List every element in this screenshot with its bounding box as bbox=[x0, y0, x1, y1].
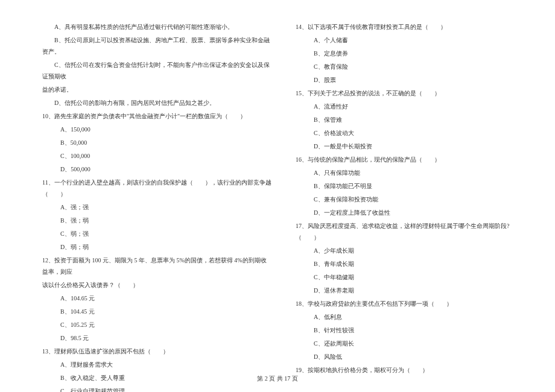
q10-option-c: C、100,000 bbox=[42, 150, 271, 162]
left-column: A、具有明显私募性质的信托产品通过银行代销的可能性逐渐缩小。 B、托公司原则上可… bbox=[42, 21, 271, 392]
q18-option-d: D、风险低 bbox=[296, 351, 525, 362]
q11-option-c: C、弱；强 bbox=[42, 228, 271, 239]
q17-option-d: D、退休养老期 bbox=[296, 285, 525, 296]
q11-option-d: D、弱；弱 bbox=[42, 241, 271, 253]
q18-number: 18 bbox=[296, 300, 302, 307]
q11-number: 11 bbox=[42, 179, 48, 186]
q14-option-d: D、股票 bbox=[296, 74, 525, 86]
question-15: 15、下列关于艺术品投资的说法，不正确的是（ ） bbox=[296, 87, 525, 99]
q17-option-c: C、中年稳健期 bbox=[296, 271, 525, 283]
q14-option-b: B、定息债券 bbox=[296, 48, 525, 59]
q10-text: 、路先生家庭的资产负债表中"其他金融资产小计"一栏的数值应为（ ） bbox=[48, 113, 246, 119]
q11-option-b: B、强；弱 bbox=[42, 215, 271, 226]
q16-option-b: B、保障功能已不明显 bbox=[296, 180, 525, 192]
q12-text-cont: 该以什么价格买入该债券？（ ） bbox=[42, 279, 271, 291]
statement-b: B、托公司原则上可以投资基础设施、房地产工程、股票、票据等多种实业和金融资产。 bbox=[42, 34, 271, 57]
page-container: A、具有明显私募性质的信托产品通过银行代销的可能性逐渐缩小。 B、托公司原则上可… bbox=[0, 0, 555, 392]
q17-number: 17 bbox=[296, 223, 302, 229]
q18-option-c: C、还款周期长 bbox=[296, 338, 525, 349]
q11-option-a: A、强；强 bbox=[42, 201, 271, 213]
q15-option-b: B、保管难 bbox=[296, 114, 525, 125]
q13-text: 、理财师队伍迅速扩张的原因不包括（ ） bbox=[48, 348, 169, 355]
q16-number: 16 bbox=[296, 156, 302, 163]
q18-text: 、学校与政府贷款的主要优点不包括下列哪一项（ ） bbox=[302, 300, 452, 307]
q16-option-c: C、兼有保障和投资功能 bbox=[296, 194, 525, 205]
q15-option-a: A、流通性好 bbox=[296, 101, 525, 112]
statement-c: C、信托公司在发行集合资金信托计划时，不能向客户作出保证本金的安全以及保证预期收 bbox=[42, 59, 271, 82]
q13-number: 13 bbox=[42, 348, 48, 355]
question-12: 12、投资于面额为 100 元、期限为 5 年、息票率为 5%的国债，若想获得 … bbox=[42, 254, 271, 277]
q15-option-d: D、一般是中长期投资 bbox=[296, 141, 525, 152]
q19-number: 19 bbox=[296, 367, 302, 373]
q18-option-b: B、针对性较强 bbox=[296, 324, 525, 336]
statement-a: A、具有明显私募性质的信托产品通过银行代销的可能性逐渐缩小。 bbox=[42, 21, 271, 33]
q10-option-d: D、500,000 bbox=[42, 163, 271, 175]
question-14: 14、以下选项不属于传统教育理财投资工具的是（ ） bbox=[296, 21, 525, 33]
q13-option-c: C、行业自理和规范管理 bbox=[42, 385, 271, 392]
q11-text: 、一个行业的进入壁垒越高，则该行业的自我保护越（ ），该行业的内部竞争越（ ） bbox=[42, 179, 271, 197]
q14-number: 14 bbox=[296, 24, 302, 30]
question-13: 13、理财师队伍迅速扩张的原因不包括（ ） bbox=[42, 346, 271, 357]
right-column: 14、以下选项不属于传统教育理财投资工具的是（ ） A、个人储蓄 B、定息债券 … bbox=[296, 21, 525, 392]
question-17: 17、风险厌恶程度提高、追求稳定收益，这样的理财特征属于哪个生命周期阶段?（ ） bbox=[296, 220, 525, 243]
q14-option-a: A、个人储蓄 bbox=[296, 34, 525, 46]
q16-option-a: A、只有保障功能 bbox=[296, 167, 525, 179]
q12-option-a: A、104.65 元 bbox=[42, 292, 271, 304]
question-11: 11、一个行业的进入壁垒越高，则该行业的自我保护越（ ），该行业的内部竞争越（ … bbox=[42, 177, 271, 200]
q12-option-b: B、104.45 元 bbox=[42, 306, 271, 317]
q19-text: 、按期权地执行价格分类，期权可分为（ ） bbox=[302, 367, 428, 373]
q18-option-a: A、低利息 bbox=[296, 311, 525, 323]
statement-c-cont: 益的承诺。 bbox=[42, 84, 271, 95]
q15-number: 15 bbox=[296, 90, 302, 96]
q16-text: 、与传统的保险产品相比，现代的保险产品（ ） bbox=[302, 156, 440, 163]
q14-option-c: C、教育保险 bbox=[296, 61, 525, 72]
q12-option-c: C、105.25 元 bbox=[42, 319, 271, 330]
question-10: 10、路先生家庭的资产负债表中"其他金融资产小计"一栏的数值应为（ ） bbox=[42, 110, 271, 122]
q10-option-b: B、50,000 bbox=[42, 137, 271, 148]
page-footer: 第 2 页 共 17 页 bbox=[0, 375, 555, 383]
q16-option-d: D、一定程度上降低了收益性 bbox=[296, 207, 525, 218]
q10-number: 10 bbox=[42, 113, 48, 119]
q15-text: 、下列关于艺术品投资的说法，不正确的是（ ） bbox=[302, 90, 440, 96]
statement-d: D、信托公司的影响力有限，国内居民对信托产品知之甚少。 bbox=[42, 97, 271, 109]
q17-text: 、风险厌恶程度提高、追求稳定收益，这样的理财特征属于哪个生命周期阶段?（ ） bbox=[296, 223, 509, 241]
q15-option-c: C、价格波动大 bbox=[296, 127, 525, 139]
question-18: 18、学校与政府贷款的主要优点不包括下列哪一项（ ） bbox=[296, 298, 525, 309]
q13-option-a: A、理财服务需求大 bbox=[42, 359, 271, 370]
q12-option-d: D、98.5 元 bbox=[42, 332, 271, 344]
q14-text: 、以下选项不属于传统教育理财投资工具的是（ ） bbox=[302, 24, 446, 30]
q17-option-a: A、少年成长期 bbox=[296, 245, 525, 256]
q10-option-a: A、150,000 bbox=[42, 124, 271, 135]
q17-option-b: B、青年成长期 bbox=[296, 258, 525, 270]
q12-text: 、投资于面额为 100 元、期限为 5 年、息票率为 5%的国债，若想获得 4%… bbox=[42, 257, 267, 275]
question-16: 16、与传统的保险产品相比，现代的保险产品（ ） bbox=[296, 154, 525, 165]
q12-number: 12 bbox=[42, 257, 48, 264]
